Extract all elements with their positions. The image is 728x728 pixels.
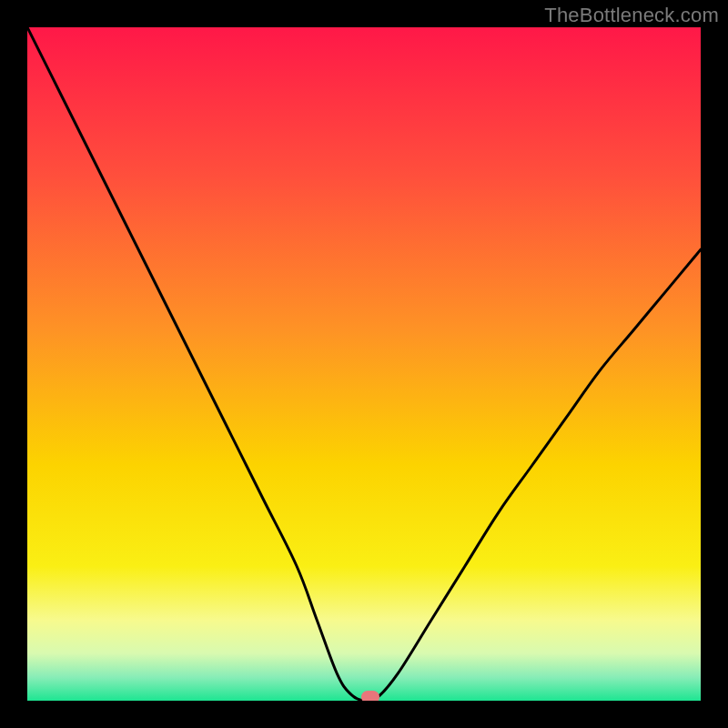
optimum-marker	[361, 691, 379, 701]
bottleneck-curve	[27, 27, 701, 701]
watermark-text: TheBottleneck.com	[544, 4, 719, 27]
chart-frame: TheBottleneck.com	[0, 0, 728, 728]
plot-area	[27, 27, 701, 701]
